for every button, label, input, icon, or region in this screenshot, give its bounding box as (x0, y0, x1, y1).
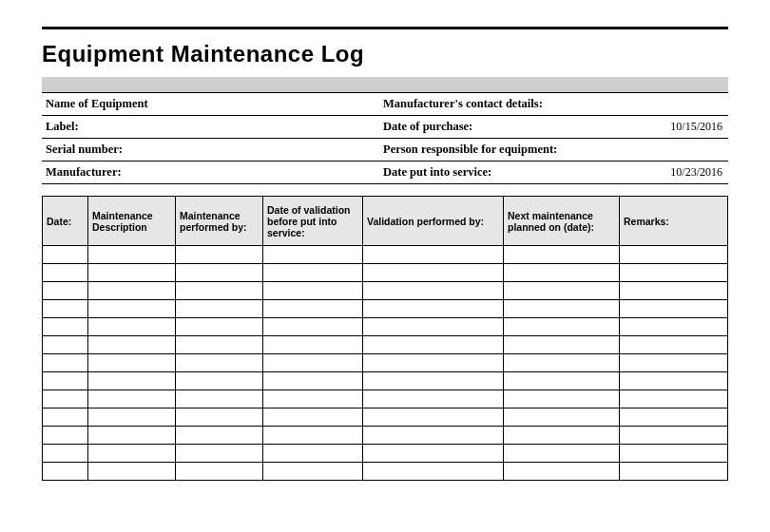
table-cell[interactable] (176, 390, 263, 408)
table-cell[interactable] (88, 354, 176, 372)
table-cell[interactable] (620, 463, 728, 481)
table-cell[interactable] (504, 408, 620, 427)
table-cell[interactable] (176, 463, 263, 481)
table-cell[interactable] (176, 354, 263, 372)
table-cell[interactable] (504, 300, 620, 318)
table-cell[interactable] (363, 318, 504, 336)
table-cell[interactable] (176, 300, 263, 318)
date-service-value[interactable]: 10/23/2016 (584, 162, 728, 184)
table-cell[interactable] (263, 282, 363, 300)
table-cell[interactable] (363, 408, 504, 427)
table-cell[interactable] (263, 445, 363, 463)
table-cell[interactable] (620, 282, 728, 300)
label-value[interactable] (165, 116, 379, 139)
table-cell[interactable] (263, 372, 363, 390)
table-cell[interactable] (88, 427, 176, 445)
table-cell[interactable] (620, 408, 728, 427)
table-cell[interactable] (88, 408, 176, 427)
table-cell[interactable] (176, 427, 263, 445)
table-cell[interactable] (43, 445, 88, 463)
table-cell[interactable] (43, 300, 88, 318)
table-cell[interactable] (504, 445, 620, 463)
table-cell[interactable] (176, 264, 263, 282)
table-cell[interactable] (263, 390, 363, 408)
table-cell[interactable] (176, 408, 263, 427)
table-cell[interactable] (176, 246, 263, 264)
table-cell[interactable] (43, 463, 88, 481)
table-cell[interactable] (504, 318, 620, 336)
table-cell[interactable] (176, 318, 263, 336)
table-cell[interactable] (620, 372, 728, 390)
table-cell[interactable] (43, 264, 88, 282)
table-cell[interactable] (620, 336, 728, 354)
table-cell[interactable] (620, 264, 728, 282)
table-cell[interactable] (176, 372, 263, 390)
table-cell[interactable] (363, 282, 504, 300)
table-cell[interactable] (504, 264, 620, 282)
table-cell[interactable] (263, 318, 363, 336)
table-cell[interactable] (620, 318, 728, 336)
table-cell[interactable] (88, 372, 176, 390)
table-cell[interactable] (176, 336, 263, 354)
table-cell[interactable] (43, 246, 88, 264)
table-cell[interactable] (620, 445, 728, 463)
table-cell[interactable] (504, 282, 620, 300)
mfg-contact-value[interactable] (584, 93, 728, 116)
table-cell[interactable] (620, 427, 728, 445)
table-cell[interactable] (620, 246, 728, 264)
table-cell[interactable] (263, 427, 363, 445)
table-cell[interactable] (263, 300, 363, 318)
table-cell[interactable] (263, 463, 363, 481)
table-cell[interactable] (504, 336, 620, 354)
table-cell[interactable] (88, 264, 176, 282)
table-row (43, 336, 728, 354)
table-cell[interactable] (504, 427, 620, 445)
table-cell[interactable] (263, 264, 363, 282)
table-cell[interactable] (363, 390, 504, 408)
table-cell[interactable] (363, 354, 504, 372)
table-cell[interactable] (363, 463, 504, 481)
table-cell[interactable] (363, 246, 504, 264)
table-cell[interactable] (620, 354, 728, 372)
table-cell[interactable] (43, 354, 88, 372)
table-cell[interactable] (504, 246, 620, 264)
table-cell[interactable] (88, 318, 176, 336)
responsible-value[interactable] (584, 139, 728, 162)
table-cell[interactable] (176, 445, 263, 463)
table-cell[interactable] (43, 390, 88, 408)
table-cell[interactable] (504, 372, 620, 390)
table-cell[interactable] (363, 445, 504, 463)
serial-value[interactable] (165, 139, 379, 162)
table-cell[interactable] (43, 282, 88, 300)
table-cell[interactable] (88, 336, 176, 354)
table-cell[interactable] (504, 463, 620, 481)
table-cell[interactable] (88, 445, 176, 463)
table-cell[interactable] (363, 336, 504, 354)
table-cell[interactable] (43, 408, 88, 427)
table-cell[interactable] (504, 390, 620, 408)
date-purchase-value[interactable]: 10/15/2016 (584, 116, 728, 139)
table-cell[interactable] (88, 463, 176, 481)
table-cell[interactable] (620, 390, 728, 408)
table-cell[interactable] (43, 427, 88, 445)
table-cell[interactable] (88, 282, 176, 300)
table-cell[interactable] (88, 300, 176, 318)
table-cell[interactable] (363, 372, 504, 390)
table-cell[interactable] (263, 246, 363, 264)
table-cell[interactable] (504, 354, 620, 372)
table-cell[interactable] (176, 282, 263, 300)
table-cell[interactable] (88, 246, 176, 264)
table-cell[interactable] (263, 354, 363, 372)
table-cell[interactable] (43, 336, 88, 354)
table-cell[interactable] (620, 300, 728, 318)
table-cell[interactable] (363, 427, 504, 445)
table-cell[interactable] (363, 300, 504, 318)
table-cell[interactable] (88, 390, 176, 408)
table-cell[interactable] (263, 408, 363, 427)
table-cell[interactable] (43, 372, 88, 390)
table-cell[interactable] (363, 264, 504, 282)
table-cell[interactable] (263, 336, 363, 354)
table-cell[interactable] (43, 318, 88, 336)
equipment-name-value[interactable] (165, 93, 379, 116)
manufacturer-value[interactable] (165, 162, 379, 184)
